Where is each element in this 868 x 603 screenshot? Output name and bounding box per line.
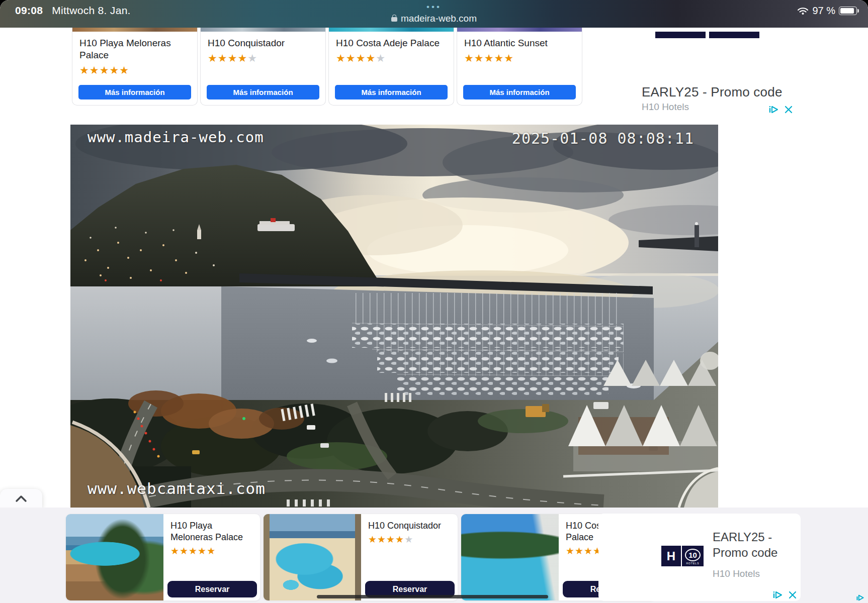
ad-card[interactable]: H10 Atlantic Sunset ★★★★★ Más informació… — [457, 28, 582, 106]
hotel-title: H10 Atlantic Sunset — [464, 37, 575, 49]
h10-logo: H 10 HOTELS — [661, 546, 704, 566]
star-rating: ★★★★★ — [464, 53, 575, 64]
star-rating: ★★★★★ — [79, 65, 190, 76]
tab-overview-dots[interactable]: ••• — [0, 2, 868, 12]
webcam-watermark-cam: www.webcamtaxi.com — [88, 479, 266, 497]
battery-icon — [839, 7, 857, 15]
marina-group — [216, 273, 654, 407]
hotel-photo[interactable] — [264, 514, 361, 600]
adchoices-icon[interactable] — [772, 591, 784, 599]
hotel-photo-strip — [457, 28, 582, 32]
star-rating: ★★★★★ — [368, 534, 454, 545]
address-bar[interactable]: madeira-web.com — [0, 13, 868, 24]
h10-logo-h: H — [661, 546, 681, 566]
webcam-scene — [70, 125, 718, 508]
promo-brand: H10 Hotels — [642, 102, 689, 113]
more-info-button[interactable]: Más información — [463, 85, 576, 99]
screen: 09:08Mittwoch 8. Jan. ••• madeira-web.co… — [0, 0, 868, 603]
hotel-photo-strip — [72, 28, 197, 32]
more-info-button[interactable]: Más información — [207, 85, 319, 99]
hotel-photo-strip — [201, 28, 325, 32]
star-rating: ★★★★★ — [170, 546, 256, 557]
reserve-button[interactable]: Reservar — [167, 581, 257, 597]
webcam-image: www.madeira-web.com 2025-01-08 08:08:11 … — [70, 125, 718, 508]
ad-controls — [772, 591, 797, 599]
ad-controls — [768, 106, 793, 114]
wifi-icon — [797, 7, 809, 15]
hotel-photo-strip — [329, 28, 454, 32]
hotel-title: H10 Playa Meloneras Palace — [170, 520, 256, 543]
status-bar: 09:08Mittwoch 8. Jan. ••• madeira-web.co… — [0, 0, 868, 28]
hotel-title: H10 Conquistador — [368, 520, 454, 532]
close-ad-icon[interactable] — [785, 106, 793, 114]
hotel-title: H10 Playa Meloneras Palace — [79, 37, 190, 61]
scroll-to-top-tab[interactable] — [0, 489, 42, 508]
ad-card[interactable]: H10 Conquistador ★★★★★ Más información — [200, 28, 326, 106]
hotel-photo[interactable] — [66, 514, 163, 600]
ad-controls — [856, 594, 865, 601]
close-ad-icon[interactable] — [789, 591, 797, 599]
promo-brand: H10 Hotels — [713, 568, 760, 579]
ad-banner-fragment — [655, 32, 706, 38]
ad-card[interactable]: H10 Conquistador ★★★★★ Reservar — [263, 514, 458, 601]
h10-logo-10: 10 HOTELS — [682, 546, 704, 566]
more-info-button[interactable]: Más información — [78, 85, 191, 99]
hotel-title: H10 Costa Adeje Palace — [336, 37, 447, 49]
carousel-scrollbar[interactable] — [317, 595, 548, 598]
more-info-button[interactable]: Más información — [335, 85, 448, 99]
star-rating: ★★★★★ — [208, 53, 318, 64]
ad-banner-fragment — [709, 32, 759, 38]
promo-title: EARLY25 - Promo code — [713, 529, 803, 560]
hotel-title: H10 Conquistador — [208, 37, 318, 49]
promo-title: EARLY25 - Promo code — [642, 84, 783, 100]
hotel-photo[interactable] — [461, 514, 559, 600]
adchoices-icon[interactable] — [856, 594, 865, 601]
battery-percent: 97 % — [812, 5, 835, 17]
star-rating: ★★★★★ — [336, 53, 447, 64]
adchoices-icon[interactable] — [768, 106, 779, 114]
chevron-up-icon — [15, 494, 28, 502]
webcam-timestamp: 2025-01-08 08:08:11 — [512, 130, 694, 147]
webcam-watermark-site: www.madeira-web.com — [88, 129, 264, 146]
ad-card[interactable]: H10 Playa Meloneras Palace ★★★★★ Más inf… — [72, 28, 198, 106]
ad-card[interactable]: H10 Costa Adeje Palace ★★★★★ Más informa… — [328, 28, 454, 106]
ad-card[interactable]: H10 Playa Meloneras Palace ★★★★★ Reserva… — [65, 514, 261, 601]
lock-icon — [391, 17, 397, 22]
address-url: madeira-web.com — [401, 13, 477, 24]
